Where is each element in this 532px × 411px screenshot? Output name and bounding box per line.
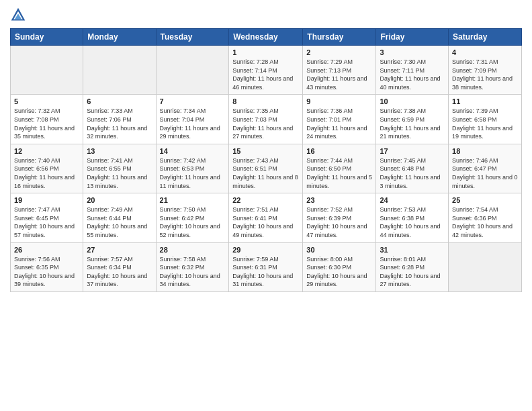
calendar-cell: 1Sunrise: 7:28 AM Sunset: 7:14 PM Daylig…: [229, 46, 303, 95]
calendar-cell: 13Sunrise: 7:41 AM Sunset: 6:55 PM Dayli…: [83, 144, 156, 193]
day-number: 17: [380, 147, 445, 155]
calendar-cell: 8Sunrise: 7:35 AM Sunset: 7:03 PM Daylig…: [229, 95, 303, 144]
calendar-cell: 20Sunrise: 7:49 AM Sunset: 6:44 PM Dayli…: [83, 193, 156, 242]
calendar-cell: 4Sunrise: 7:31 AM Sunset: 7:09 PM Daylig…: [449, 46, 522, 95]
day-number: 11: [452, 97, 518, 105]
day-info: Sunrise: 7:49 AM Sunset: 6:44 PM Dayligh…: [87, 205, 152, 239]
calendar-cell: 6Sunrise: 7:33 AM Sunset: 7:06 PM Daylig…: [83, 95, 156, 144]
day-info: Sunrise: 7:31 AM Sunset: 7:09 PM Dayligh…: [452, 58, 518, 91]
day-number: 1: [232, 48, 299, 56]
calendar-cell: 19Sunrise: 7:47 AM Sunset: 6:45 PM Dayli…: [11, 193, 83, 242]
calendar-cell: 22Sunrise: 7:51 AM Sunset: 6:41 PM Dayli…: [229, 193, 303, 242]
col-header-monday: Monday: [83, 29, 156, 46]
calendar-cell: 7Sunrise: 7:34 AM Sunset: 7:04 PM Daylig…: [156, 95, 229, 144]
day-info: Sunrise: 7:50 AM Sunset: 6:42 PM Dayligh…: [160, 205, 226, 239]
day-info: Sunrise: 7:36 AM Sunset: 7:01 PM Dayligh…: [306, 107, 372, 140]
day-info: Sunrise: 7:59 AM Sunset: 6:31 PM Dayligh…: [232, 255, 299, 289]
day-info: Sunrise: 7:33 AM Sunset: 7:06 PM Dayligh…: [87, 107, 152, 140]
calendar-cell: 9Sunrise: 7:36 AM Sunset: 7:01 PM Daylig…: [303, 95, 376, 144]
day-info: Sunrise: 7:28 AM Sunset: 7:14 PM Dayligh…: [232, 58, 299, 91]
day-number: 16: [306, 147, 372, 155]
day-number: 6: [87, 97, 152, 105]
calendar-cell: 27Sunrise: 7:57 AM Sunset: 6:34 PM Dayli…: [83, 242, 156, 291]
day-number: 9: [306, 97, 372, 105]
day-info: Sunrise: 7:40 AM Sunset: 6:56 PM Dayligh…: [14, 156, 79, 190]
calendar-week-row: 19Sunrise: 7:47 AM Sunset: 6:45 PM Dayli…: [11, 193, 522, 242]
calendar-cell: 11Sunrise: 7:39 AM Sunset: 6:58 PM Dayli…: [449, 95, 522, 144]
day-number: 26: [14, 246, 79, 254]
day-info: Sunrise: 7:34 AM Sunset: 7:04 PM Dayligh…: [160, 107, 226, 140]
calendar-cell: 17Sunrise: 7:45 AM Sunset: 6:48 PM Dayli…: [376, 144, 449, 193]
day-number: 10: [380, 97, 445, 105]
day-info: Sunrise: 7:39 AM Sunset: 6:58 PM Dayligh…: [452, 107, 518, 140]
day-info: Sunrise: 7:32 AM Sunset: 7:08 PM Dayligh…: [14, 107, 79, 140]
calendar-cell: 16Sunrise: 7:44 AM Sunset: 6:50 PM Dayli…: [303, 144, 376, 193]
calendar-cell: 12Sunrise: 7:40 AM Sunset: 6:56 PM Dayli…: [11, 144, 83, 193]
col-header-thursday: Thursday: [303, 29, 376, 46]
day-number: 25: [452, 196, 518, 204]
calendar-cell: 25Sunrise: 7:54 AM Sunset: 6:36 PM Dayli…: [449, 193, 522, 242]
day-info: Sunrise: 7:54 AM Sunset: 6:36 PM Dayligh…: [452, 205, 518, 239]
day-info: Sunrise: 7:38 AM Sunset: 6:59 PM Dayligh…: [380, 107, 445, 140]
day-info: Sunrise: 7:43 AM Sunset: 6:51 PM Dayligh…: [232, 156, 299, 190]
day-info: Sunrise: 7:30 AM Sunset: 7:11 PM Dayligh…: [380, 58, 445, 91]
day-number: 27: [87, 246, 152, 254]
calendar-cell: 29Sunrise: 7:59 AM Sunset: 6:31 PM Dayli…: [229, 242, 303, 291]
col-header-sunday: Sunday: [11, 29, 83, 46]
day-number: 29: [232, 246, 299, 254]
calendar-cell: 18Sunrise: 7:46 AM Sunset: 6:47 PM Dayli…: [449, 144, 522, 193]
calendar-cell: 26Sunrise: 7:56 AM Sunset: 6:35 PM Dayli…: [11, 242, 83, 291]
day-number: 5: [14, 97, 79, 105]
header: [10, 7, 522, 23]
day-info: Sunrise: 7:29 AM Sunset: 7:13 PM Dayligh…: [306, 58, 372, 91]
day-number: 22: [232, 196, 299, 204]
day-info: Sunrise: 7:46 AM Sunset: 6:47 PM Dayligh…: [452, 156, 518, 190]
day-number: 3: [380, 48, 445, 56]
day-number: 15: [232, 147, 299, 155]
day-info: Sunrise: 7:42 AM Sunset: 6:53 PM Dayligh…: [160, 156, 226, 190]
day-info: Sunrise: 8:01 AM Sunset: 6:28 PM Dayligh…: [380, 255, 445, 289]
logo-icon: [10, 7, 26, 23]
day-number: 31: [380, 246, 445, 254]
calendar-cell: 15Sunrise: 7:43 AM Sunset: 6:51 PM Dayli…: [229, 144, 303, 193]
calendar-cell: 30Sunrise: 8:00 AM Sunset: 6:30 PM Dayli…: [303, 242, 376, 291]
day-number: 7: [160, 97, 226, 105]
calendar-week-row: 1Sunrise: 7:28 AM Sunset: 7:14 PM Daylig…: [11, 46, 522, 95]
logo: [10, 7, 29, 23]
calendar-page: SundayMondayTuesdayWednesdayThursdayFrid…: [0, 0, 532, 411]
calendar-cell: 23Sunrise: 7:52 AM Sunset: 6:39 PM Dayli…: [303, 193, 376, 242]
day-info: Sunrise: 7:57 AM Sunset: 6:34 PM Dayligh…: [87, 255, 152, 289]
day-info: Sunrise: 7:47 AM Sunset: 6:45 PM Dayligh…: [14, 205, 79, 239]
col-header-tuesday: Tuesday: [156, 29, 229, 46]
day-number: 8: [232, 97, 299, 105]
day-info: Sunrise: 7:41 AM Sunset: 6:55 PM Dayligh…: [87, 156, 152, 190]
day-info: Sunrise: 7:44 AM Sunset: 6:50 PM Dayligh…: [306, 156, 372, 190]
day-info: Sunrise: 7:52 AM Sunset: 6:39 PM Dayligh…: [306, 205, 372, 239]
day-number: 28: [160, 246, 226, 254]
col-header-wednesday: Wednesday: [229, 29, 303, 46]
day-info: Sunrise: 7:53 AM Sunset: 6:38 PM Dayligh…: [380, 205, 445, 239]
day-info: Sunrise: 7:51 AM Sunset: 6:41 PM Dayligh…: [232, 205, 299, 239]
col-header-saturday: Saturday: [449, 29, 522, 46]
calendar-week-row: 5Sunrise: 7:32 AM Sunset: 7:08 PM Daylig…: [11, 95, 522, 144]
day-number: 30: [306, 246, 372, 254]
day-number: 24: [380, 196, 445, 204]
calendar-cell: [156, 46, 229, 95]
day-number: 18: [452, 147, 518, 155]
day-number: 20: [87, 196, 152, 204]
calendar-cell: 24Sunrise: 7:53 AM Sunset: 6:38 PM Dayli…: [376, 193, 449, 242]
calendar-cell: 31Sunrise: 8:01 AM Sunset: 6:28 PM Dayli…: [376, 242, 449, 291]
day-number: 19: [14, 196, 79, 204]
calendar-cell: [449, 242, 522, 291]
col-header-friday: Friday: [376, 29, 449, 46]
calendar-cell: 5Sunrise: 7:32 AM Sunset: 7:08 PM Daylig…: [11, 95, 83, 144]
day-info: Sunrise: 7:45 AM Sunset: 6:48 PM Dayligh…: [380, 156, 445, 190]
day-number: 2: [306, 48, 372, 56]
day-number: 23: [306, 196, 372, 204]
day-number: 12: [14, 147, 79, 155]
calendar-cell: [83, 46, 156, 95]
calendar-cell: 21Sunrise: 7:50 AM Sunset: 6:42 PM Dayli…: [156, 193, 229, 242]
calendar-week-row: 12Sunrise: 7:40 AM Sunset: 6:56 PM Dayli…: [11, 144, 522, 193]
day-info: Sunrise: 8:00 AM Sunset: 6:30 PM Dayligh…: [306, 255, 372, 289]
day-info: Sunrise: 7:56 AM Sunset: 6:35 PM Dayligh…: [14, 255, 79, 289]
